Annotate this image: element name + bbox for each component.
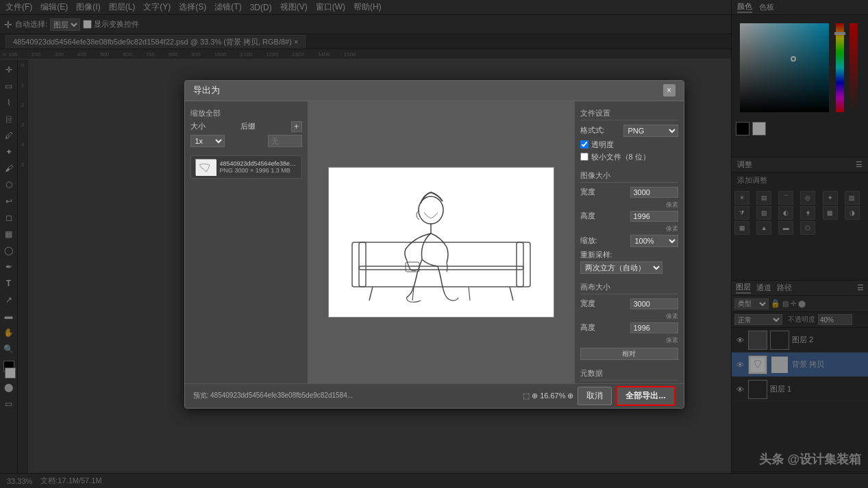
transparency-checkbox[interactable] (580, 140, 588, 149)
width-unit: 像素 (580, 201, 678, 209)
canvas-size-section: 画布大小 宽度 像素 高度 像素 相对 (580, 282, 678, 360)
canvas-width-unit: 像素 (580, 312, 678, 321)
transparency-label: 透明度 (591, 140, 614, 150)
scale-dropdown[interactable]: 1x 2x 3x (190, 135, 225, 147)
zoom-icon3[interactable]: ⊕ (567, 391, 573, 400)
file-name-label: 48540923dd54564efe38e08fb5... (220, 160, 297, 167)
metadata-title: 元数据 (580, 368, 678, 381)
preview-canvas (328, 167, 554, 318)
smaller-file-label: 较小文件（8 位） (591, 152, 650, 162)
suffix-input[interactable] (268, 135, 302, 147)
resample-row: 重新采样: 两次立方（自动） 两次立方较平滑 两次立方较锐利 (580, 250, 678, 274)
width-input[interactable] (630, 187, 678, 198)
canvas-width-input[interactable] (630, 298, 678, 309)
file-settings-section: 文件设置 格式式: PNG JPEG GIF SVG 透明度 (580, 108, 678, 162)
scale-header-row: 大小 后缀 + (190, 121, 302, 132)
canvas-height-row: 高度 (580, 322, 678, 333)
scale-percent-dropdown[interactable]: 100% 50% 200% (630, 235, 678, 247)
format-label: 格式式: (580, 125, 605, 136)
height-unit: 像素 (580, 224, 678, 233)
scale-label: 缩放: (580, 235, 597, 246)
footer-controls: ⬚ ⊕ 16.67% ⊕ 取消 全部导出... (523, 386, 675, 406)
zoom-icon1[interactable]: ⬚ (523, 391, 530, 400)
zoom-controls: ⬚ ⊕ 16.67% ⊕ (523, 391, 573, 400)
dialog-left-panel: 缩放全部 大小 后缀 + 1x 2x 3x (185, 101, 308, 383)
canvas-width-label: 宽度 (580, 298, 595, 309)
file-meta-label: PNG 3000 × 1996 1.3 MB (220, 167, 297, 174)
width-label: 宽度 (580, 187, 595, 197)
dialog-title-bar: 导出为 × (185, 81, 684, 101)
scale-value-row: 1x 2x 3x (190, 135, 302, 147)
add-scale-button[interactable]: + (291, 121, 302, 132)
dialog-settings-panel: 文件设置 格式式: PNG JPEG GIF SVG 透明度 (574, 101, 684, 383)
canvas-height-unit: 像素 (580, 336, 678, 345)
image-size-section: 图像大小 宽度 像素 高度 像素 缩放: 100% (580, 170, 678, 274)
smaller-file-row: 较小文件（8 位） (580, 152, 678, 162)
dialog-body: 缩放全部 大小 后缀 + 1x 2x 3x (185, 101, 684, 383)
smaller-file-checkbox[interactable] (580, 153, 588, 161)
dialog-footer: 预览: 48540923dd54564efe38e08fb5de9c82d158… (185, 383, 684, 408)
height-row: 高度 (580, 211, 678, 222)
scale-col1: 大小 (190, 121, 206, 131)
export-dialog: 导出为 × 缩放全部 大小 后缀 + 1x 2x (184, 80, 684, 409)
dialog-title: 导出为 (193, 84, 220, 97)
dialog-overlay: 导出为 × 缩放全部 大小 后缀 + 1x 2x (0, 0, 868, 488)
canvas-height-label: 高度 (580, 322, 595, 333)
canvas-size-title: 画布大小 (580, 282, 678, 294)
sketch-svg (332, 170, 551, 314)
zoom-icon2[interactable]: ⊕ (532, 391, 538, 400)
cancel-button[interactable]: 取消 (578, 387, 612, 405)
canvas-width-row: 宽度 (580, 298, 678, 309)
format-row: 格式式: PNG JPEG GIF SVG (580, 125, 678, 137)
thumbnail-info: 48540923dd54564efe38e08fb5... PNG 3000 ×… (220, 160, 297, 174)
zoom-value: 16.67% (540, 391, 565, 400)
resample-label: 重新采样: (580, 250, 612, 260)
footer-status-text: 预览: 48540923dd54564efe38e08fb5de9c82d158… (193, 391, 523, 400)
scale-section-title: 缩放全部 (190, 108, 302, 118)
dialog-preview-area[interactable] (308, 101, 574, 383)
scale-col2: 后缀 (240, 121, 256, 131)
export-all-button[interactable]: 全部导出... (616, 386, 675, 406)
width-row: 宽度 (580, 187, 678, 198)
transparency-row: 透明度 (580, 140, 678, 150)
image-size-title: 图像大小 (580, 170, 678, 183)
format-dropdown[interactable]: PNG JPEG GIF SVG (623, 125, 678, 137)
file-thumbnail[interactable]: 48540923dd54564efe38e08fb5... PNG 3000 ×… (190, 155, 302, 179)
relative-button[interactable]: 相对 (580, 348, 678, 360)
canvas-height-input[interactable] (630, 322, 678, 333)
height-label: 高度 (580, 211, 595, 221)
thumbnail-preview (195, 159, 216, 175)
metadata-section: 元数据 无 版权和联系信息 (580, 368, 678, 383)
svg-rect-1 (196, 159, 216, 176)
scale-row: 缩放: 100% 50% 200% (580, 235, 678, 247)
height-input[interactable] (630, 211, 678, 222)
resample-dropdown[interactable]: 两次立方（自动） 两次立方较平滑 两次立方较锐利 (580, 261, 662, 274)
dialog-close-button[interactable]: × (663, 84, 675, 97)
file-settings-title: 文件设置 (580, 108, 678, 120)
